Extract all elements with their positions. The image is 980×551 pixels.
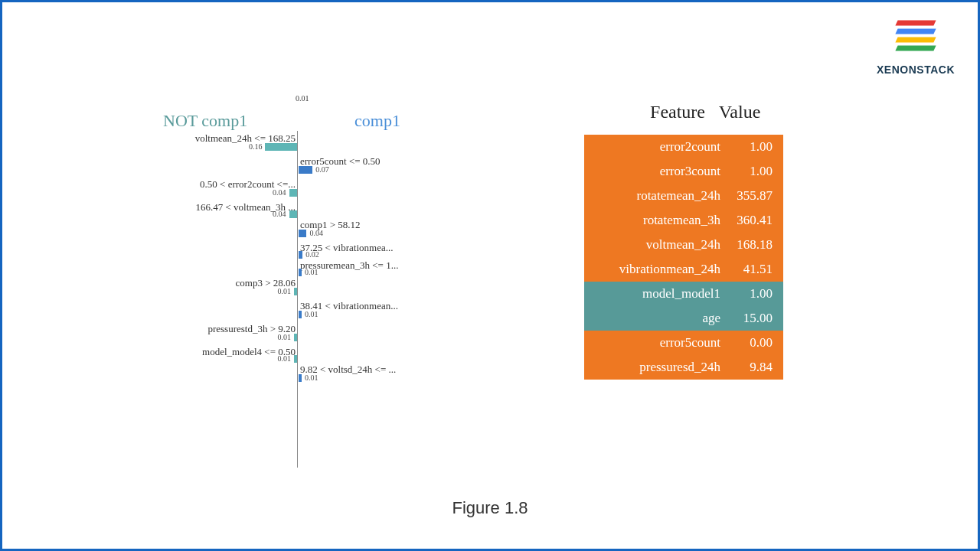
table-row: error5count0.00: [584, 331, 783, 355]
value-cell: 15.00: [728, 311, 773, 326]
table-row: age15.00: [584, 306, 783, 331]
table-row: rotatemean_24h355.87: [584, 184, 783, 208]
lime-explanation-chart: 0.01 NOT comp1 comp1 voltmean_24h <= 168…: [140, 94, 462, 461]
bar-row: error5count <= 0.500.07: [140, 155, 462, 178]
bar-value: 0.01: [278, 287, 292, 295]
bar-fill: [265, 143, 297, 151]
bar-row: pressuremean_3h <= 1...0.01: [140, 259, 462, 277]
bar-fill: [294, 288, 297, 295]
feature-value-table: Feature Value error2count1.00error3count…: [584, 94, 783, 461]
value-cell: 1.00: [728, 286, 773, 302]
bar-value: 0.01: [305, 268, 318, 276]
table-row: rotatemean_3h360.41: [584, 208, 783, 233]
bar-value: 0.16: [249, 142, 263, 151]
bar-fill: [294, 355, 297, 363]
value-cell: 1.00: [728, 139, 773, 155]
table-row: error2count1.00: [584, 135, 783, 159]
bar-fill: [289, 189, 297, 197]
bar-value: 0.04: [273, 210, 286, 218]
feature-cell: voltmean_24h: [595, 237, 728, 253]
bar-fill: [294, 334, 297, 341]
feature-cell: error5count: [595, 335, 728, 350]
table-header-value: Value: [710, 102, 769, 122]
bar-value: 0.01: [305, 373, 318, 382]
figure-caption: Figure 1.8: [2, 498, 978, 518]
bar-row: voltmean_24h <= 168.250.16: [140, 132, 462, 155]
value-cell: 360.41: [728, 213, 773, 228]
bar-row: 166.47 < voltmean_3h ...0.04: [140, 201, 462, 219]
table-row: vibrationmean_24h41.51: [584, 257, 783, 282]
bar-row: 0.50 < error2count <=...0.04: [140, 178, 462, 201]
table-header-feature: Feature: [598, 102, 710, 122]
feature-cell: pressuresd_24h: [595, 360, 728, 375]
feature-cell: rotatemean_3h: [595, 213, 728, 228]
bar-value: 0.07: [315, 165, 329, 174]
feature-cell: model_model1: [595, 286, 728, 302]
value-cell: 168.18: [728, 237, 773, 253]
bar-fill: [289, 210, 297, 218]
table-row: error3count1.00: [584, 159, 783, 184]
feature-cell: age: [595, 311, 728, 326]
bar-row: pressurestd_3h > 9.200.01: [140, 323, 462, 346]
bar-value: 0.01: [278, 333, 292, 341]
table-row: pressuresd_24h9.84: [584, 355, 783, 380]
class-label-not: NOT comp1: [163, 111, 247, 131]
bar-row: 38.41 < vibrationmean...0.01: [140, 300, 462, 323]
bar-fill: [299, 269, 302, 276]
bar-fill: [299, 166, 312, 174]
table-row: model_model11.00: [584, 282, 783, 306]
feature-cell: error2count: [595, 139, 728, 155]
bar-value: 0.04: [309, 229, 323, 237]
value-cell: 9.84: [728, 360, 773, 375]
value-cell: 0.00: [728, 335, 773, 350]
value-cell: 355.87: [728, 188, 773, 204]
bar-row: model_model4 <= 0.500.01: [140, 346, 462, 364]
bar-value: 0.04: [273, 188, 286, 197]
bar-row: comp3 > 28.060.01: [140, 277, 462, 300]
bar-fill: [299, 374, 302, 382]
bar-fill: [299, 251, 302, 259]
table-row: voltmean_24h168.18: [584, 233, 783, 257]
bar-value: 0.02: [305, 250, 319, 259]
bar-row: 37.25 < vibrationmea...0.02: [140, 242, 462, 259]
bar-row: 9.82 < voltsd_24h <= ...0.01: [140, 364, 462, 386]
feature-cell: vibrationmean_24h: [595, 262, 728, 277]
bar-row: comp1 > 58.120.04: [140, 219, 462, 242]
feature-cell: rotatemean_24h: [595, 188, 728, 204]
value-cell: 41.51: [728, 262, 773, 277]
bar-fill: [299, 311, 302, 318]
brand-name: XENONSTACK: [877, 64, 955, 76]
axis-tick: 0.01: [296, 94, 309, 103]
class-label-yes: comp1: [354, 111, 400, 131]
feature-cell: error3count: [595, 164, 728, 179]
brand-logo: XENONSTACK: [877, 18, 955, 76]
bar-value: 0.01: [305, 310, 318, 318]
bar-value: 0.01: [278, 354, 292, 363]
value-cell: 1.00: [728, 164, 773, 179]
logo-stack-icon: [889, 18, 942, 60]
bar-fill: [299, 230, 306, 237]
